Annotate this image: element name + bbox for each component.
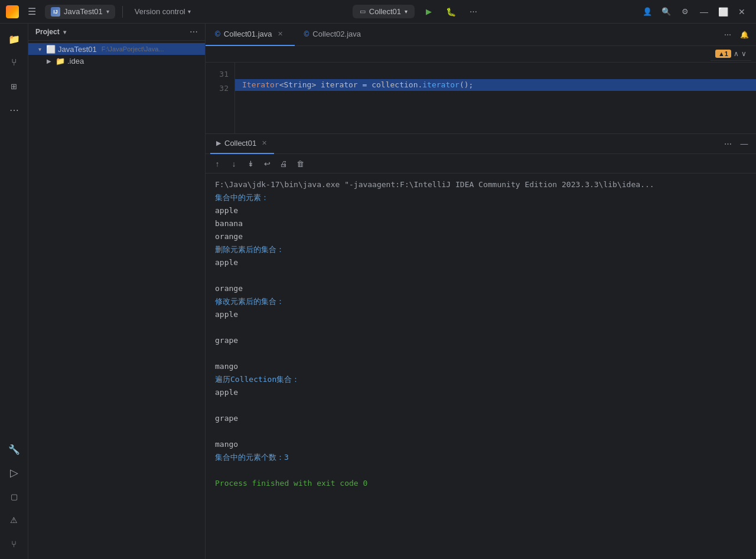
run-panel: ▶ Collect01 ✕ ⋯ — ↑ ↓ ↡ ↩ 🖨 🗑 F:\Java\jd… — [206, 133, 756, 559]
account-button[interactable]: 👤 — [639, 4, 656, 20]
separator — [122, 6, 123, 18]
tree-root-label: JavaTest01 — [58, 45, 97, 54]
run-toolbar: ↑ ↓ ↡ ↩ 🖨 🗑 — [206, 154, 756, 174]
minimize-icon: — — [700, 7, 708, 17]
menu-button[interactable]: ☰ — [24, 4, 40, 20]
debug-icon: 🐛 — [446, 7, 456, 17]
output-command-line: F:\Java\jdk-17\bin\java.exe "-javaagent:… — [215, 178, 747, 191]
code-generic: <String> — [279, 80, 317, 89]
run-minimize-button[interactable]: — — [737, 137, 751, 151]
sidebar-item-more[interactable]: ⋯ — [4, 99, 25, 120]
center-file-tab[interactable]: ▭ Collect01 ▾ — [353, 5, 415, 18]
soft-wrap-button[interactable]: ↩ — [260, 156, 274, 171]
project-panel: Project ▾ ⋯ ▾ ⬜ JavaTest01 F:\JavaPorjec… — [28, 24, 206, 559]
more-run-options[interactable]: ⋯ — [465, 4, 482, 20]
output-blank2 — [215, 321, 747, 334]
project-panel-header: Project ▾ ⋯ — [28, 24, 205, 41]
run-button[interactable]: ▶ — [421, 4, 437, 20]
version-control-button[interactable]: Version control ▾ — [130, 5, 195, 18]
line-num-32: 32 — [206, 81, 234, 96]
tab-label: Collect02.java — [312, 30, 361, 38]
code-content[interactable]: Iterator<String> iterator = collection.i… — [235, 63, 756, 133]
editor-tabs-bar: © Collect01.java ✕ © Collect02.java ⋯ 🔔 — [206, 24, 756, 46]
warning-indicator[interactable]: ▲1 ∧ ∨ — [711, 47, 751, 61]
tree-root-item[interactable]: ▾ ⬜ JavaTest01 F:\JavaPorject\Java... — [28, 43, 205, 55]
hamburger-icon: ☰ — [28, 6, 36, 17]
output-blank1 — [215, 269, 747, 282]
folder-icon: 📁 — [56, 56, 65, 66]
output-success-line: Process finished with exit code 0 — [215, 477, 747, 490]
project-selector[interactable]: IJ JavaTest01 ▾ — [45, 5, 115, 19]
search-icon: 🔍 — [662, 7, 671, 16]
center-file-name: Collect01 — [369, 7, 401, 16]
scroll-up-button[interactable]: ↑ — [210, 156, 224, 171]
run-tab-main[interactable]: ▶ Collect01 ✕ — [210, 134, 274, 154]
output-mango1: mango — [215, 360, 747, 373]
output-apple2: apple — [215, 256, 747, 269]
output-blank4 — [215, 399, 747, 412]
run-tab-icon: ▶ — [216, 139, 221, 147]
run-more-button[interactable]: ⋯ — [721, 137, 735, 151]
tree-root-path: F:\JavaPorject\Java... — [102, 45, 164, 53]
ellipsis-icon: ⋯ — [470, 7, 477, 16]
tree-idea-item[interactable]: ▶ 📁 .idea — [28, 55, 205, 67]
output-blank3 — [215, 347, 747, 360]
vc-label: Version control — [135, 7, 185, 16]
settings-icon: ⚙ — [682, 7, 689, 16]
warning-nav-up[interactable]: ∧ — [734, 50, 739, 58]
tab-close-icon[interactable]: ✕ — [276, 30, 285, 39]
tabs-more-area: ⋯ 🔔 — [716, 28, 756, 42]
warning-nav-down[interactable]: ∨ — [741, 50, 747, 58]
sidebar-item-vcs[interactable]: ⑂ — [4, 533, 25, 554]
terminal-icon: ▢ — [11, 492, 18, 501]
minimize-button[interactable]: — — [696, 4, 712, 20]
tabs-more-button[interactable]: ⋯ — [721, 28, 735, 42]
line-numbers: 31 32 — [206, 63, 235, 133]
sidebar-item-git[interactable]: ⑂ — [4, 52, 25, 73]
debug-button[interactable]: 🐛 — [443, 4, 460, 20]
project-panel-title[interactable]: Project ▾ — [35, 28, 66, 36]
project-icon: IJ — [51, 7, 60, 17]
sidebar-item-terminal[interactable]: ▢ — [4, 486, 25, 507]
tools-icon: 🔧 — [8, 444, 20, 455]
titlebar: ☰ IJ JavaTest01 ▾ Version control ▾ ▭ Co… — [0, 0, 756, 24]
tree-expand-icon: ▶ — [45, 57, 53, 65]
project-label: Project — [35, 28, 60, 36]
app-logo — [6, 5, 19, 18]
code-paren: (); — [460, 80, 473, 89]
left-sidebar: 📁 ⑂ ⊞ ⋯ 🔧 ▷ ▢ ⚠ ⑂ — [0, 24, 28, 559]
code-method: iterator — [422, 80, 460, 89]
settings-button[interactable]: ⚙ — [677, 4, 693, 20]
sidebar-item-project[interactable]: 📁 — [4, 28, 25, 50]
code-line-32: Iterator<String> iterator = collection.i… — [235, 79, 756, 91]
maximize-icon: ⬜ — [718, 7, 728, 17]
problems-icon: ⚠ — [10, 515, 18, 525]
run-tab-label: Collect01 — [224, 139, 256, 148]
code-collection: collection — [372, 80, 418, 89]
run-actions: ⋯ — — [721, 137, 751, 151]
code-var-name: iterator — [321, 80, 358, 89]
code-line-31 — [242, 67, 749, 79]
chevron-down-icon: ▾ — [405, 8, 408, 15]
project-more-button[interactable]: ⋯ — [190, 27, 198, 37]
search-button[interactable]: 🔍 — [658, 4, 674, 20]
file-tab-icon: ▭ — [360, 8, 366, 15]
clear-button[interactable]: 🗑 — [293, 156, 307, 171]
close-button[interactable]: ✕ — [734, 4, 750, 20]
maximize-button[interactable]: ⬜ — [715, 4, 731, 20]
sidebar-item-plugins[interactable]: ⊞ — [4, 76, 25, 97]
tab-collect02[interactable]: © Collect02.java — [295, 24, 371, 46]
main-layout: 📁 ⑂ ⊞ ⋯ 🔧 ▷ ▢ ⚠ ⑂ Project — [0, 24, 756, 559]
sidebar-item-tools[interactable]: 🔧 — [4, 439, 25, 460]
print-button[interactable]: 🖨 — [276, 156, 291, 171]
code-keyword-type: Iterator — [242, 80, 279, 89]
code-editor: 31 32 Iterator<String> iterator = collec… — [206, 63, 756, 133]
scroll-down-button[interactable]: ↓ — [227, 156, 241, 171]
tab-collect01[interactable]: © Collect01.java ✕ — [206, 24, 295, 46]
more-icon: ⋯ — [9, 104, 19, 116]
sidebar-item-problems[interactable]: ⚠ — [4, 509, 25, 531]
sidebar-item-run[interactable]: ▷ — [4, 462, 25, 483]
run-tab-close-icon[interactable]: ✕ — [260, 139, 268, 148]
scroll-end-button[interactable]: ↡ — [243, 156, 258, 171]
notification-button[interactable]: 🔔 — [737, 28, 751, 42]
